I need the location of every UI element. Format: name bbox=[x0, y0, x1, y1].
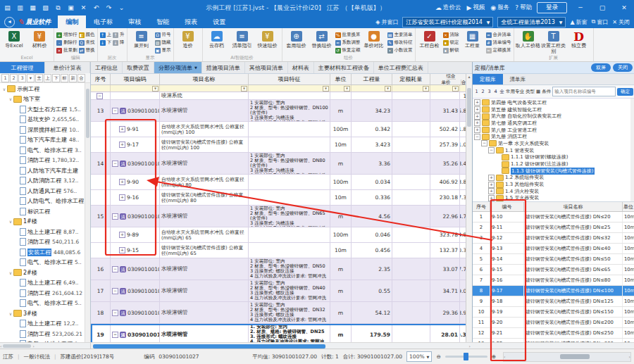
tree-expand-icon[interactable]: + bbox=[474, 99, 480, 106]
library-row[interactable]: 29-11镀锌钢管安装(沟槽式管件连接) DN≤2510m bbox=[473, 222, 634, 233]
sidebar-tool-3[interactable]: 3 bbox=[18, 74, 26, 82]
project-tree-item[interactable]: ∨3#楼 bbox=[0, 308, 90, 319]
toolbar-button-增加行[interactable]: +增加行 bbox=[56, 32, 77, 38]
帮助-link[interactable]: ?帮助 bbox=[515, 4, 532, 12]
scrollbar-thumb[interactable] bbox=[93, 344, 325, 349]
expand-icon[interactable]: + bbox=[119, 232, 125, 238]
ribbon-tab-审核[interactable]: 审核 bbox=[120, 15, 149, 28]
quota-standard-select[interactable]: 江苏省安装工程计价定额2014▼ bbox=[402, 17, 493, 27]
redo-icon[interactable]: ↷ bbox=[104, 3, 114, 13]
tab-工程信息[interactable]: 工程信息 bbox=[91, 62, 123, 73]
tree-expand-icon[interactable]: + bbox=[488, 188, 495, 194]
library-row[interactable]: 109-19镀锌钢管安装(沟槽式管件连接) DN≤15010m bbox=[473, 307, 634, 318]
tab-分部分项清单[interactable]: 分部分项清单▼ bbox=[154, 62, 202, 73]
toolbar-button-修改特征[interactable]: ✎修改特征 bbox=[387, 39, 413, 46]
tree-expand-icon[interactable]: − bbox=[474, 134, 480, 140]
library-tree-item[interactable]: +第四册 电气设备安装工程 bbox=[473, 99, 634, 106]
library-tree-item[interactable]: −1.1 管道安装 bbox=[473, 147, 634, 154]
toolbar-button-材料价[interactable]: ¥材料价 bbox=[27, 30, 52, 49]
toolbar-button-定额换算[interactable]: ≈定额换算 bbox=[486, 47, 511, 54]
library-search-input[interactable] bbox=[552, 87, 616, 96]
toolbar-button-批量换算[interactable]: %批量换算 bbox=[335, 32, 361, 38]
tree-expand-icon[interactable]: − bbox=[481, 140, 487, 146]
library-row[interactable]: 39-12镀锌钢管安装(沟槽式管件连接) DN≤3210m bbox=[473, 233, 634, 244]
library-button-关闭[interactable]: 关闭 bbox=[613, 63, 633, 72]
common-majors-button[interactable]: 常用专业 bbox=[506, 89, 524, 95]
scrollbar-thumb[interactable] bbox=[560, 354, 590, 359]
toolbar-button-小数设置[interactable]: ∙小数设置 bbox=[387, 47, 413, 54]
back-icon[interactable]: ◂ bbox=[4, 17, 15, 27]
toolbar-button-替换[interactable]: ⇄替换 bbox=[79, 47, 95, 54]
toolbar-button-替换组价[interactable]: ⇄替换组价 bbox=[309, 30, 335, 49]
tab-材料表[interactable]: 材料表 bbox=[288, 62, 314, 73]
sidebar-tool-1[interactable]: 1 bbox=[1, 74, 9, 82]
sidebar-tool-下[interactable]: 下 bbox=[52, 74, 60, 82]
project-tree-item[interactable]: 大型土石方工程1,5.. bbox=[0, 104, 90, 115]
expand-icon[interactable]: − bbox=[112, 213, 118, 220]
tab-单位工程费汇总表[interactable]: 单位工程费汇总表 bbox=[374, 62, 428, 73]
ribbon-tab-电子标[interactable]: 电子标 bbox=[86, 15, 120, 28]
boq-row[interactable]: 19−清030901001027水喷淋钢管1. 安装部位: 室内2. 材质、规格… bbox=[91, 324, 472, 342]
服务-link[interactable]: ◉服务 bbox=[490, 4, 509, 12]
project-tree-item[interactable]: ∨2#楼 bbox=[0, 268, 90, 278]
library-row[interactable]: 19-10镀锌钢管安装(沟槽式管件连接) DN≤2010m bbox=[473, 212, 634, 222]
library-row[interactable]: 99-18镀锌钢管安装(沟槽式管件连接) DN≤12510m bbox=[473, 296, 634, 307]
library-tree-item[interactable]: +1.3 其他组件安装 bbox=[473, 181, 634, 188]
sidebar-tool-合[interactable]: 合 bbox=[77, 74, 85, 82]
视频-link[interactable]: ▶视频 bbox=[466, 4, 485, 12]
expand-icon[interactable]: + bbox=[119, 194, 125, 201]
quota-row[interactable]: +9-89自动喷水灭火系统管网水冲洗 公称直径(mm以内) 65100m0.04… bbox=[91, 227, 472, 243]
project-tree-item[interactable]: 人防地下汽车库土建 bbox=[0, 165, 90, 176]
filter-icon[interactable]: ▼ bbox=[152, 86, 158, 92]
sidebar-tool-上[interactable]: 上 bbox=[44, 74, 51, 82]
library-tab-清单库[interactable]: 清单库 bbox=[503, 74, 533, 84]
filter-icon[interactable]: ▼ bbox=[323, 86, 329, 92]
print-icon[interactable]: ▧ bbox=[40, 3, 51, 13]
copy-icon[interactable]: ⧉ bbox=[53, 3, 63, 13]
toolbar-button-独立费[interactable]: D独立费 bbox=[566, 30, 592, 49]
project-tree-item[interactable]: 标识工程 bbox=[0, 206, 90, 217]
project-tree-item[interactable]: ∨示例工程 bbox=[0, 84, 90, 94]
project-tree-item[interactable]: 地上土建工程12,2.. bbox=[0, 319, 90, 330]
expand-icon[interactable]: − bbox=[112, 288, 118, 294]
toolbar-button-导Excel[interactable]: X导Excel bbox=[1, 30, 27, 49]
project-tree-item[interactable]: 消防工程1,780,32.. bbox=[0, 156, 90, 166]
ribbon-tab-编制[interactable]: 编制 bbox=[58, 15, 86, 28]
library-horizontal-scrollbar[interactable]: ‹› bbox=[503, 352, 631, 362]
toolbar-button-取人工价格[interactable]: ✋取人工价格 bbox=[516, 30, 541, 49]
library-row[interactable]: 79-16镀锌钢管安装(沟槽式管件连接) DN≤8010m bbox=[473, 275, 634, 286]
sidebar-tool-▾[interactable]: ▾ bbox=[27, 74, 35, 82]
toolbar-button-解锁[interactable]: ∎解锁 bbox=[443, 47, 459, 54]
filter-icon[interactable]: ▼ bbox=[385, 86, 391, 92]
quota-row[interactable]: +9-17镀锌钢管安装(沟槽式管件连接) 公称直径(mm以内) 10010m3.… bbox=[91, 137, 472, 153]
filter-icon[interactable]: ▼ bbox=[452, 86, 459, 92]
expand-icon[interactable]: − bbox=[112, 310, 118, 316]
toolbar-button-清除[interactable]: ×清除 bbox=[443, 32, 459, 38]
minimize-button[interactable]: ─ bbox=[572, 4, 589, 11]
tree-expand-icon[interactable]: + bbox=[488, 182, 495, 188]
project-tree-item[interactable]: 人防通风工程576.. bbox=[0, 186, 90, 196]
undo-icon[interactable]: ↶ bbox=[91, 3, 101, 13]
quota-row[interactable]: +9-91自动喷水灭火系统管网水冲洗 公称直径(mm以内) 100100m0.3… bbox=[91, 122, 472, 137]
toolbar-button-批量删[interactable]: ×批量删 bbox=[56, 47, 77, 54]
ribbon-tab-报表[interactable]: 报表 bbox=[177, 15, 205, 28]
tree-expand-icon[interactable]: + bbox=[488, 195, 495, 201]
ribbon-tab-智能[interactable]: 智能 bbox=[149, 15, 177, 28]
library-row[interactable]: 69-15镀锌钢管安装(沟槽式管件连接) DN≤6510m bbox=[473, 265, 634, 275]
expand-icon[interactable]: − bbox=[112, 161, 118, 167]
zoom-out-icon[interactable]: ⊖ bbox=[436, 353, 440, 360]
confirm-button[interactable]: 确定 bbox=[617, 88, 633, 96]
grid-vertical-scrollbar[interactable]: ▴ bbox=[466, 74, 472, 342]
toolbar-button-下[interactable]: ↓下 bbox=[100, 39, 112, 46]
window-action-关闭[interactable]: ✕关闭 bbox=[612, 18, 630, 26]
library-row[interactable]: 59-14镀锌钢管安装(沟槽式管件连接) DN≤5010m bbox=[473, 254, 634, 265]
library-tree-item[interactable]: −第九册 消防工程 bbox=[473, 133, 634, 140]
tree-expand-icon[interactable]: + bbox=[474, 113, 480, 120]
toolbar-button-锁定[interactable]: ∎锁定 bbox=[443, 39, 459, 46]
library-tree-item[interactable]: +第五册 建筑智能化工程 bbox=[473, 106, 634, 113]
library-row[interactable]: 89-17镀锌钢管安装(沟槽式管件连接) DN≤10010m bbox=[473, 286, 634, 296]
toolbar-button-云存档[interactable]: ☁云存档 bbox=[204, 30, 230, 49]
library-tree-item[interactable]: +第八册 工业管道工程 bbox=[473, 127, 634, 134]
project-tree-item[interactable]: ∨地下室 bbox=[0, 94, 90, 105]
project-tree-item[interactable]: 深层搅拌桩工程10.. bbox=[0, 125, 90, 135]
